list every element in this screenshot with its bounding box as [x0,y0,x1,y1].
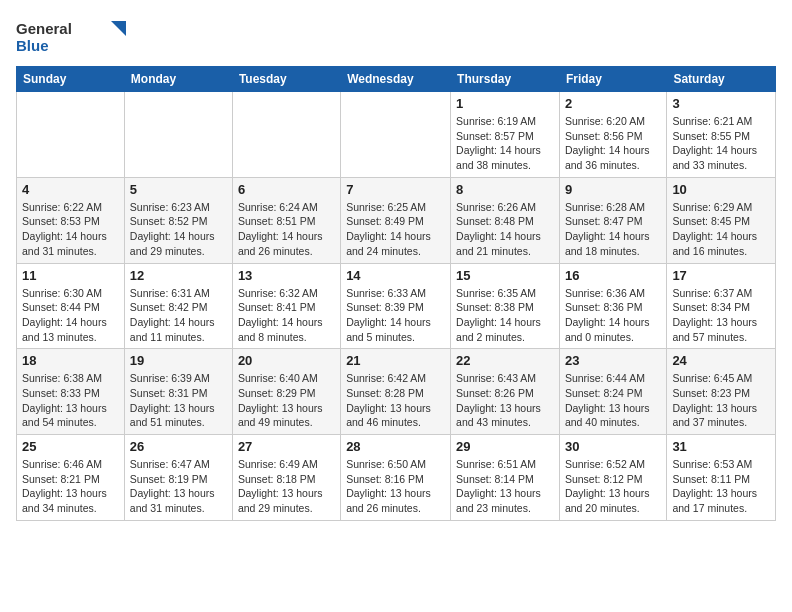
day-info: Sunrise: 6:30 AM Sunset: 8:44 PM Dayligh… [22,286,119,345]
day-info: Sunrise: 6:29 AM Sunset: 8:45 PM Dayligh… [672,200,770,259]
day-info: Sunrise: 6:21 AM Sunset: 8:55 PM Dayligh… [672,114,770,173]
day-info: Sunrise: 6:51 AM Sunset: 8:14 PM Dayligh… [456,457,554,516]
day-cell-18: 18Sunrise: 6:38 AM Sunset: 8:33 PM Dayli… [17,349,125,435]
day-number: 6 [238,182,335,197]
day-number: 20 [238,353,335,368]
day-number: 11 [22,268,119,283]
day-info: Sunrise: 6:42 AM Sunset: 8:28 PM Dayligh… [346,371,445,430]
day-cell-17: 17Sunrise: 6:37 AM Sunset: 8:34 PM Dayli… [667,263,776,349]
day-number: 12 [130,268,227,283]
day-number: 29 [456,439,554,454]
logo: General Blue [16,16,126,56]
day-number: 31 [672,439,770,454]
day-cell-11: 11Sunrise: 6:30 AM Sunset: 8:44 PM Dayli… [17,263,125,349]
day-cell-21: 21Sunrise: 6:42 AM Sunset: 8:28 PM Dayli… [341,349,451,435]
week-row-2: 4Sunrise: 6:22 AM Sunset: 8:53 PM Daylig… [17,177,776,263]
day-cell-13: 13Sunrise: 6:32 AM Sunset: 8:41 PM Dayli… [232,263,340,349]
day-cell-15: 15Sunrise: 6:35 AM Sunset: 8:38 PM Dayli… [451,263,560,349]
day-info: Sunrise: 6:45 AM Sunset: 8:23 PM Dayligh… [672,371,770,430]
day-number: 1 [456,96,554,111]
day-info: Sunrise: 6:33 AM Sunset: 8:39 PM Dayligh… [346,286,445,345]
week-row-1: 1Sunrise: 6:19 AM Sunset: 8:57 PM Daylig… [17,92,776,178]
day-info: Sunrise: 6:35 AM Sunset: 8:38 PM Dayligh… [456,286,554,345]
day-cell-16: 16Sunrise: 6:36 AM Sunset: 8:36 PM Dayli… [559,263,666,349]
day-cell-10: 10Sunrise: 6:29 AM Sunset: 8:45 PM Dayli… [667,177,776,263]
day-number: 18 [22,353,119,368]
col-header-tuesday: Tuesday [232,67,340,92]
day-cell-25: 25Sunrise: 6:46 AM Sunset: 8:21 PM Dayli… [17,435,125,521]
calendar-table: SundayMondayTuesdayWednesdayThursdayFrid… [16,66,776,521]
day-info: Sunrise: 6:28 AM Sunset: 8:47 PM Dayligh… [565,200,661,259]
day-cell-3: 3Sunrise: 6:21 AM Sunset: 8:55 PM Daylig… [667,92,776,178]
day-cell-2: 2Sunrise: 6:20 AM Sunset: 8:56 PM Daylig… [559,92,666,178]
day-info: Sunrise: 6:39 AM Sunset: 8:31 PM Dayligh… [130,371,227,430]
day-cell-24: 24Sunrise: 6:45 AM Sunset: 8:23 PM Dayli… [667,349,776,435]
day-info: Sunrise: 6:36 AM Sunset: 8:36 PM Dayligh… [565,286,661,345]
day-info: Sunrise: 6:53 AM Sunset: 8:11 PM Dayligh… [672,457,770,516]
day-number: 10 [672,182,770,197]
col-header-saturday: Saturday [667,67,776,92]
logo-container: General Blue [16,16,126,56]
svg-text:General: General [16,20,72,37]
day-cell-26: 26Sunrise: 6:47 AM Sunset: 8:19 PM Dayli… [124,435,232,521]
day-number: 5 [130,182,227,197]
day-info: Sunrise: 6:19 AM Sunset: 8:57 PM Dayligh… [456,114,554,173]
week-row-4: 18Sunrise: 6:38 AM Sunset: 8:33 PM Dayli… [17,349,776,435]
day-cell-12: 12Sunrise: 6:31 AM Sunset: 8:42 PM Dayli… [124,263,232,349]
day-number: 30 [565,439,661,454]
day-number: 27 [238,439,335,454]
day-info: Sunrise: 6:46 AM Sunset: 8:21 PM Dayligh… [22,457,119,516]
day-cell-14: 14Sunrise: 6:33 AM Sunset: 8:39 PM Dayli… [341,263,451,349]
day-number: 3 [672,96,770,111]
day-number: 13 [238,268,335,283]
day-cell-8: 8Sunrise: 6:26 AM Sunset: 8:48 PM Daylig… [451,177,560,263]
empty-cell [124,92,232,178]
day-info: Sunrise: 6:22 AM Sunset: 8:53 PM Dayligh… [22,200,119,259]
day-number: 8 [456,182,554,197]
header-row: SundayMondayTuesdayWednesdayThursdayFrid… [17,67,776,92]
svg-text:Blue: Blue [16,37,49,54]
col-header-thursday: Thursday [451,67,560,92]
day-info: Sunrise: 6:37 AM Sunset: 8:34 PM Dayligh… [672,286,770,345]
day-number: 7 [346,182,445,197]
day-info: Sunrise: 6:26 AM Sunset: 8:48 PM Dayligh… [456,200,554,259]
day-number: 28 [346,439,445,454]
day-info: Sunrise: 6:49 AM Sunset: 8:18 PM Dayligh… [238,457,335,516]
day-cell-20: 20Sunrise: 6:40 AM Sunset: 8:29 PM Dayli… [232,349,340,435]
day-number: 21 [346,353,445,368]
day-number: 24 [672,353,770,368]
day-number: 25 [22,439,119,454]
empty-cell [341,92,451,178]
week-row-5: 25Sunrise: 6:46 AM Sunset: 8:21 PM Dayli… [17,435,776,521]
col-header-monday: Monday [124,67,232,92]
day-info: Sunrise: 6:52 AM Sunset: 8:12 PM Dayligh… [565,457,661,516]
col-header-sunday: Sunday [17,67,125,92]
day-number: 4 [22,182,119,197]
day-info: Sunrise: 6:31 AM Sunset: 8:42 PM Dayligh… [130,286,227,345]
day-info: Sunrise: 6:50 AM Sunset: 8:16 PM Dayligh… [346,457,445,516]
day-cell-4: 4Sunrise: 6:22 AM Sunset: 8:53 PM Daylig… [17,177,125,263]
day-cell-6: 6Sunrise: 6:24 AM Sunset: 8:51 PM Daylig… [232,177,340,263]
day-cell-28: 28Sunrise: 6:50 AM Sunset: 8:16 PM Dayli… [341,435,451,521]
day-cell-5: 5Sunrise: 6:23 AM Sunset: 8:52 PM Daylig… [124,177,232,263]
day-cell-9: 9Sunrise: 6:28 AM Sunset: 8:47 PM Daylig… [559,177,666,263]
day-number: 17 [672,268,770,283]
page-header: General Blue [16,16,776,56]
empty-cell [232,92,340,178]
logo-svg: General Blue [16,16,126,56]
day-number: 26 [130,439,227,454]
day-number: 23 [565,353,661,368]
week-row-3: 11Sunrise: 6:30 AM Sunset: 8:44 PM Dayli… [17,263,776,349]
day-cell-23: 23Sunrise: 6:44 AM Sunset: 8:24 PM Dayli… [559,349,666,435]
day-info: Sunrise: 6:44 AM Sunset: 8:24 PM Dayligh… [565,371,661,430]
day-cell-22: 22Sunrise: 6:43 AM Sunset: 8:26 PM Dayli… [451,349,560,435]
day-number: 2 [565,96,661,111]
day-cell-7: 7Sunrise: 6:25 AM Sunset: 8:49 PM Daylig… [341,177,451,263]
day-number: 19 [130,353,227,368]
day-info: Sunrise: 6:43 AM Sunset: 8:26 PM Dayligh… [456,371,554,430]
day-info: Sunrise: 6:32 AM Sunset: 8:41 PM Dayligh… [238,286,335,345]
day-cell-31: 31Sunrise: 6:53 AM Sunset: 8:11 PM Dayli… [667,435,776,521]
day-number: 9 [565,182,661,197]
day-info: Sunrise: 6:47 AM Sunset: 8:19 PM Dayligh… [130,457,227,516]
col-header-friday: Friday [559,67,666,92]
